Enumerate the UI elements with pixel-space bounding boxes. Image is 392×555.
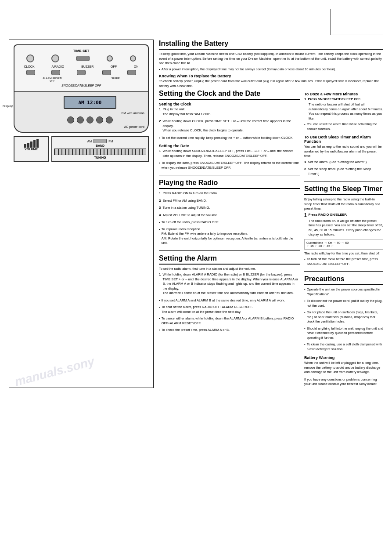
installing-battery-title: Installing the Battery [159, 40, 383, 50]
radio-step1: 1 Press RADIO ON to turn on the radio. [159, 191, 300, 197]
prec-bullet4: • Should anything fall into the unit, un… [304, 326, 383, 342]
alarm-reset-label: ALARM RESET/ OFF [43, 77, 62, 82]
volume-module: VOLUME [14, 136, 49, 162]
page: TIME SET CLOCK A/RADIO BUZZER OFF ON [0, 0, 392, 555]
switch-5[interactable] [127, 70, 136, 75]
setting-alarm-title: Setting the Alarm [159, 254, 300, 265]
divider-2 [159, 250, 300, 251]
both-title: To Use Both Sleep Timer and Alarm Functi… [304, 135, 383, 144]
sleep-bullet1: • To turn off the radio before the prese… [304, 257, 383, 268]
am-label: AM [87, 140, 92, 143]
device-top-panel: TIME SET CLOCK A/RADIO BUZZER OFF ON [14, 44, 149, 92]
right-panel: Installing the Battery To keep good time… [159, 40, 383, 388]
installing-battery-body: To keep good time, your Dream Machine ne… [159, 52, 383, 66]
top-box [331, 9, 383, 35]
prec-bullet5: • To clean the casing, use a soft cloth … [304, 342, 383, 353]
switch-1[interactable] [26, 70, 35, 75]
knob-2[interactable] [51, 54, 59, 62]
alarm-labels-row: CLOCK A/RADIO BUZZER OFF ON [18, 65, 144, 68]
airadio-label: A/RADIO [51, 65, 64, 68]
radio-bullet2: • To improve radio reception FM: Extend … [159, 227, 300, 247]
alarm-bullet1: • If you set ALARM A and ALARM B at the … [159, 298, 300, 305]
clock-step1: 1 Plug in the unit. The display will fla… [159, 107, 300, 118]
tuning-slider[interactable] [54, 149, 146, 155]
cord-label: AC power cord [36, 125, 144, 128]
knowing-battery-title: Knowing When To Replace the Battery [159, 74, 383, 78]
device-diagram-panel: TIME SET CLOCK A/RADIO BUZZER OFF ON [9, 40, 154, 388]
device-diagram: TIME SET CLOCK A/RADIO BUZZER OFF ON [14, 44, 149, 162]
v-bar-1 [24, 144, 26, 148]
battery-warning-body: When the unit will be left unplugged for… [304, 361, 383, 375]
buzzer-label: BUZZER [81, 65, 94, 68]
setting-clock-title: Setting the Clock and the Date [159, 90, 300, 100]
sleep-step1-body: The radio turns on. It will go off after… [309, 219, 383, 237]
clock-bullet1: • To set the current time rapidly, keep … [159, 136, 300, 142]
ctrl-btn-5[interactable] [106, 116, 113, 123]
alarm-step1: 1 While holding down ALARM A RADIO (for … [159, 272, 300, 297]
battery-warning: Battery Warning When the unit will be le… [304, 355, 383, 375]
device-body: Display AM 12:00 FM wire antenna AC [14, 92, 149, 133]
both-body: You can fall asleep to the radio sound a… [304, 145, 383, 159]
playing-radio-title: Playing the Radio [159, 179, 300, 189]
band-row: AM FM [54, 139, 146, 143]
right-columns: Setting the Clock and the Date Setting t… [159, 90, 383, 388]
installing-battery-section: Installing the Battery To keep good time… [159, 40, 383, 90]
setting-clock-section: Setting the Clock and the Date Setting t… [159, 90, 300, 171]
doze-title: To Doze a Few More Minutes [304, 92, 383, 96]
control-buttons [36, 116, 144, 123]
setting-date-sub: Setting the Date [159, 144, 300, 148]
knob-4[interactable] [130, 55, 136, 62]
bottom-labels-row: ALARM RESET/ OFF SLEEP [18, 77, 144, 82]
switch-2[interactable] [51, 70, 60, 75]
on-label: ON [134, 65, 139, 68]
battery-warning-title: Battery Warning [304, 355, 383, 360]
sleep-timer-title: Setting the Sleep Timer [304, 185, 383, 195]
antenna-label: FM wire antenna [36, 112, 144, 115]
switch-radio[interactable] [76, 56, 90, 61]
ctrl-btn-1[interactable] [67, 116, 74, 123]
both-step1: 1 Set the alarm. (See "Setting the Alarm… [304, 160, 383, 166]
setting-alarm-section: Setting the Alarm To set the radio alarm… [159, 254, 300, 334]
alarm-bullet2: • To shut off the alarm, press RADIO OFF… [159, 305, 300, 316]
off-label: OFF [111, 65, 117, 68]
ctrl-btn-2[interactable] [77, 116, 84, 123]
clock-label: CLOCK [24, 65, 34, 68]
alarm-bullet4: • To check the preset time, press ALARM … [159, 328, 300, 334]
body-inner: Display AM 12:00 FM wire antenna AC [18, 96, 144, 128]
precautions-footer: If you have any questions or problems co… [304, 377, 383, 387]
divider-3 [304, 181, 383, 181]
alarm-bullet3: • To cancel either alarm, while holding … [159, 316, 300, 327]
main-content: TIME SET CLOCK A/RADIO BUZZER OFF ON [9, 40, 383, 388]
v-bar-4 [33, 140, 36, 148]
band-switch[interactable] [94, 139, 107, 143]
prec-bullet1: • Operate the unit on the power sources … [304, 287, 383, 298]
sleep-step1-num: 1 [304, 213, 307, 218]
fm-label: FM [108, 140, 113, 143]
tuning-label: TUNING [54, 156, 146, 159]
ctrl-btn-3[interactable] [86, 116, 94, 123]
knob-1[interactable] [26, 54, 34, 62]
volume-label: VOLUME [16, 148, 46, 151]
alarm-step1-num: 1 [159, 272, 161, 297]
ctrl-btn-4[interactable] [96, 116, 103, 123]
display-label: Display [3, 105, 13, 108]
doze-section: To Doze a Few More Minutes 1 Press SNOOZ… [304, 92, 383, 178]
col-left: Setting the Clock and the Date Setting t… [159, 90, 300, 388]
radio-step2: 2 Select FM or AM using BAND. [159, 199, 300, 205]
prec-bullet2: • To disconnect the power cord, pull it … [304, 299, 383, 309]
date-step1: 1 While holding down SNOOZE/DATE/SLEEP O… [159, 149, 300, 160]
knob-3[interactable] [107, 55, 113, 62]
sleep-step1: 1 Press RADIO ON/SLEEP. [304, 213, 383, 218]
switch-4[interactable] [102, 70, 111, 75]
v-bar-2 [27, 143, 29, 148]
band-label: BAND [54, 144, 146, 147]
switch-3[interactable] [77, 70, 86, 75]
divider-1 [159, 175, 300, 175]
sleep-timer-footer: The radio will play for the time you set… [304, 251, 383, 256]
v-bar-5 [36, 139, 39, 148]
both-step2: 2 Set the sleep timer. (See "Setting the… [304, 167, 383, 178]
sleep-timer-section: Setting the Sleep Timer Enjoy falling as… [304, 185, 383, 268]
knowing-battery-body: To check battery power, unplug the power… [159, 79, 383, 88]
precautions-section: Precautions • Operate the unit on the po… [304, 275, 383, 387]
display-screen: AM 12:00 [64, 96, 116, 109]
